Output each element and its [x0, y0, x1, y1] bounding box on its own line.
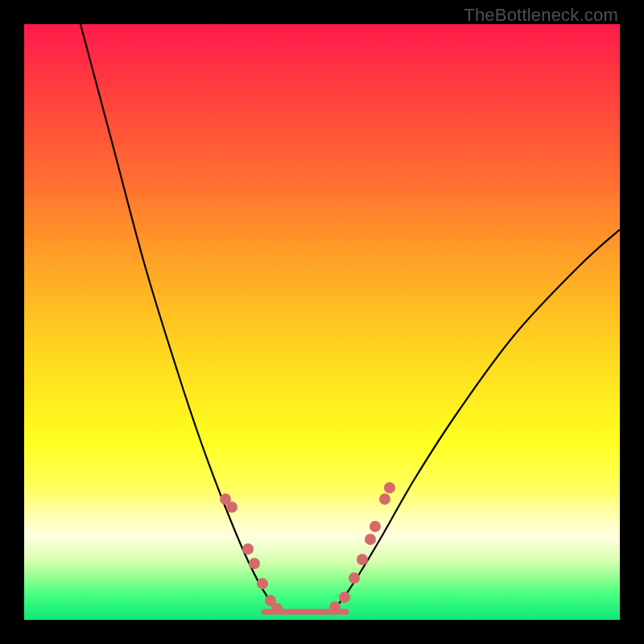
- data-dot: [369, 521, 381, 532]
- data-dot: [339, 592, 350, 603]
- dots-right-group: [329, 482, 395, 613]
- data-dot: [249, 558, 260, 569]
- watermark-text: TheBottleneck.com: [464, 5, 618, 26]
- dots-left-group: [220, 493, 283, 614]
- data-dot: [226, 502, 237, 513]
- curve-left-branch: [80, 24, 282, 612]
- data-dot: [379, 493, 390, 505]
- data-dot: [384, 482, 395, 493]
- data-dot: [329, 601, 341, 613]
- curve-layer: [24, 24, 620, 620]
- data-dot: [349, 572, 360, 584]
- data-dot: [257, 578, 268, 589]
- data-dot: [365, 534, 376, 545]
- data-dot: [357, 554, 368, 565]
- plot-area: [24, 24, 620, 620]
- curve-right-branch: [330, 229, 620, 612]
- chart-frame: TheBottleneck.com: [0, 0, 644, 644]
- data-dot: [271, 603, 283, 614]
- data-dot: [242, 543, 254, 555]
